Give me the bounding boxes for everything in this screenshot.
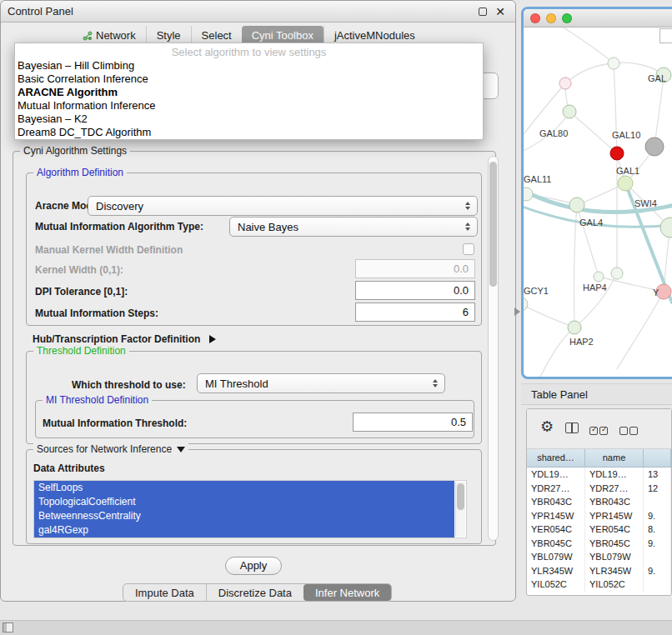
algorithm-option[interactable]: Bayesian – K2 [15,112,483,126]
table-cell: YBR043C [527,495,585,509]
network-node[interactable] [559,78,571,89]
network-node[interactable] [594,272,604,282]
attribute-list-item[interactable]: gal4RGexp [34,523,454,538]
algorithm-dropdown-popup: Select algorithm to view settings Bayesi… [14,42,484,140]
algorithm-option[interactable]: Mutual Information Inference [15,99,483,112]
network-edge[interactable] [577,183,625,205]
column-header[interactable]: name [585,449,644,467]
table-cell: YIL052C [527,578,585,592]
bottom-tab-impute-data[interactable]: Impute Data [123,584,206,601]
network-edge[interactable] [617,292,664,369]
sources-group-legend[interactable]: Sources for Network Inference [33,443,188,456]
attribute-items: SelfLoopsTopologicalCoefficientBetweenne… [34,481,466,538]
network-node[interactable] [618,176,633,191]
bottom-tab-infer-network[interactable]: Infer Network [303,584,391,601]
network-edge[interactable] [524,304,574,328]
network-edge[interactable] [577,205,599,277]
algorithm-option[interactable]: Basic Correlation Inference [15,72,483,86]
network-node[interactable] [524,298,528,311]
settings-scrollbar[interactable] [488,156,499,541]
table-row[interactable]: YLR345WYLR345W9. [527,564,671,578]
network-edge[interactable] [654,75,664,147]
dpi-tolerance-field[interactable]: 0.0 [355,281,475,300]
mi-steps-field[interactable]: 6 [355,302,475,322]
which-threshold-combobox[interactable]: MI Threshold [197,373,445,393]
network-view-window: GALGAL80GAL10GAL11GAL1SWI4GAL4GCY1HAP4YH… [521,7,672,379]
algorithm-option-list: Bayesian – Hill ClimbingBasic Correlatio… [15,59,483,139]
table-cell: YDR27… [585,482,644,496]
table-row[interactable]: YBR043CYBR043C [527,495,671,509]
bottom-tab-discretize-data[interactable]: Discretize Data [206,584,303,601]
network-edge[interactable] [540,328,574,377]
data-attributes-list[interactable]: SelfLoopsTopologicalCoefficientBetweenne… [33,480,467,538]
hub-definition-toggle[interactable]: Hub/Transcription Factor Definition [33,331,216,344]
network-edge[interactable] [574,205,577,328]
minimize-traffic-light[interactable] [546,13,556,23]
table-row[interactable]: YPR145WYPR145W9. [527,509,671,523]
table-row[interactable]: YDR27…YDR27…12 [527,482,671,496]
table-row[interactable]: YBR045CYBR045C9. [527,537,671,551]
algorithm-option[interactable]: Dream8 DC_TDC Algorithm [15,126,483,139]
kernel-width-field[interactable]: 0.0 [355,259,475,278]
control-panel-window: Control Panel ✕ NetworkStyleSelectCyni T… [0,0,516,602]
zoom-traffic-light[interactable] [562,13,572,23]
select-all-icon[interactable] [589,423,609,438]
dpi-tolerance-label: DPI Tolerance [0,1]: [35,285,128,298]
node-label: SWI4 [634,198,657,208]
panel-divider-arrow[interactable] [514,308,520,316]
mi-threshold-definition-group: MI Threshold Definition Mutual Informati… [35,400,474,438]
network-node[interactable] [645,138,664,156]
close-traffic-light[interactable] [530,13,540,23]
table-cell: YER054C [585,522,644,537]
network-edge[interactable] [569,112,617,153]
network-edge[interactable] [564,28,614,63]
network-node[interactable] [569,198,584,212]
table-cell: 9. [644,537,671,551]
mi-type-value: Naive Bayes [230,221,461,233]
node-label: GAL80 [539,128,568,138]
network-edge[interactable] [574,273,617,328]
algorithm-option[interactable]: Bayesian – Hill Climbing [15,59,483,72]
node-label: GAL [648,73,666,83]
list-scrollbar[interactable] [455,482,465,537]
column-header[interactable]: shared… [527,449,585,467]
deselect-all-icon[interactable] [619,423,639,438]
network-graph[interactable]: GALGAL80GAL10GAL11GAL1SWI4GAL4GCY1HAP4YH… [524,28,672,377]
data-attributes-label: Data Attributes [33,462,105,475]
network-node[interactable] [660,218,672,238]
mi-type-combobox[interactable]: Naive Bayes [229,217,478,237]
network-edge[interactable] [565,63,614,83]
scrollbar-thumb[interactable] [489,162,497,287]
attribute-list-item[interactable]: BetweennessCentrality [34,509,454,523]
scrollbar-thumb[interactable] [457,483,464,510]
attribute-list-item[interactable]: SelfLoops [34,481,454,495]
table-row[interactable]: YBL079WYBL079W [527,550,671,564]
table-row[interactable]: YER054CYER054C8. [527,522,671,537]
show-panel-icon[interactable] [3,622,13,632]
network-node[interactable] [568,321,581,334]
float-window-icon[interactable] [479,8,487,16]
settings-gear-icon[interactable]: ⚙ [540,418,554,435]
network-node[interactable] [611,268,623,279]
network-node[interactable] [524,188,533,201]
table-row[interactable]: YIL052CYIL052C [527,578,671,592]
network-edge[interactable] [524,83,565,134]
column-selector-icon[interactable] [565,422,579,433]
network-node[interactable] [610,147,624,160]
manual-kernel-checkbox[interactable] [463,243,474,255]
network-node[interactable] [608,58,619,69]
attribute-list-item[interactable]: TopologicalCoefficient [34,495,454,509]
table-row[interactable]: YDL19…YDL19…13 [527,468,671,482]
algorithm-option[interactable]: ARACNE Algorithm [15,86,483,99]
bottom-tab-bar: Impute DataDiscretize DataInfer Network [123,583,392,602]
aracne-mode-combobox[interactable]: Discovery [88,196,478,216]
settings-group-legend: Cyni Algorithm Settings [20,145,130,158]
table-cell [644,550,671,564]
sources-group: Sources for Network Inference Data Attri… [26,449,482,544]
column-header[interactable] [644,449,671,467]
algorithm-definition-legend: Algorithm Definition [33,167,127,179]
close-panel-icon[interactable]: ✕ [495,3,505,20]
apply-button[interactable]: Apply [225,557,282,575]
mi-threshold-field[interactable]: 0.5 [353,412,473,432]
network-node[interactable] [563,105,576,118]
